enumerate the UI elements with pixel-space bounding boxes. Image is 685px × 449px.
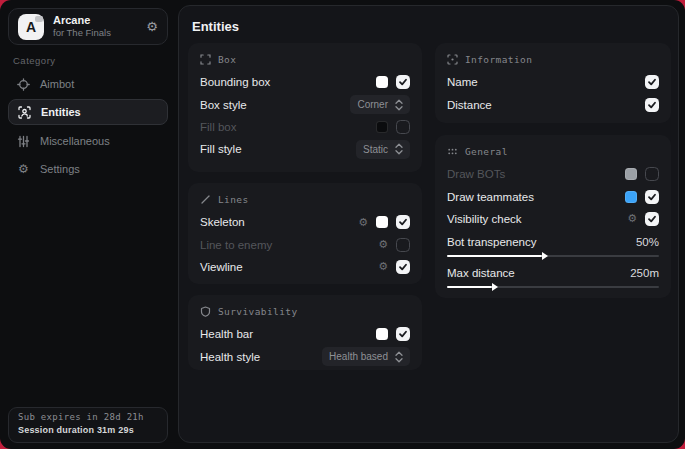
sidebar-item-label: Miscellaneous <box>40 135 110 147</box>
survivability-card: Survivability Health bar Health style He… <box>188 295 422 370</box>
row-label: Health style <box>200 351 260 363</box>
general-card-title: General <box>465 146 508 157</box>
row-label: Name <box>447 76 478 88</box>
checkmark-icon <box>647 214 657 224</box>
crosshair-icon <box>17 78 30 91</box>
box-corners-icon <box>200 54 211 65</box>
health-style-dropdown[interactable]: Health based <box>322 347 410 366</box>
checkbox[interactable] <box>396 75 410 89</box>
color-swatch[interactable] <box>376 121 388 133</box>
checkbox[interactable] <box>645 167 659 181</box>
box-card-header: Box <box>200 54 410 65</box>
checkbox[interactable] <box>645 212 659 226</box>
gear-icon[interactable]: ⚙ <box>627 213 637 224</box>
gear-icon[interactable]: ⚙ <box>358 217 368 228</box>
slider-thumb[interactable] <box>492 283 498 291</box>
sidebar-item-entities[interactable]: Entities <box>8 99 168 125</box>
row-visibility-check: Visibility check ⚙ <box>447 208 659 230</box>
entity-scan-icon <box>18 106 31 119</box>
row-box-style: Box style Corner <box>200 93 410 115</box>
dropdown-value: Health based <box>329 351 388 362</box>
sidebar-item-miscellaneous[interactable]: Miscellaneous <box>8 128 168 154</box>
row-name: Name <box>447 71 659 93</box>
page-title: Entities <box>192 19 239 34</box>
dropdown-value: Static <box>363 144 388 155</box>
row-label: Fill box <box>200 121 236 133</box>
color-swatch[interactable] <box>625 168 637 180</box>
main-panel: Entities Box Bounding box B <box>178 5 679 443</box>
color-swatch[interactable] <box>625 191 637 203</box>
slider-value: 50% <box>636 236 659 248</box>
row-label: Distance <box>447 99 492 111</box>
row-label: Draw teammates <box>447 191 534 203</box>
row-max-distance: Max distance 250m <box>447 263 659 282</box>
checkbox[interactable] <box>396 327 410 341</box>
checkmark-icon <box>398 329 408 339</box>
general-card-header: General <box>447 146 659 157</box>
row-fill-style: Fill style Static <box>200 138 410 160</box>
checkbox[interactable] <box>645 190 659 204</box>
slider-label: Max distance <box>447 267 515 279</box>
gear-icon[interactable]: ⚙ <box>378 239 388 250</box>
sidebar-item-label: Settings <box>40 163 80 175</box>
bot-transpenency-slider[interactable] <box>447 255 659 257</box>
row-viewline: Viewline ⚙ <box>200 256 410 278</box>
slider-label: Bot transpenency <box>447 236 537 248</box>
row-label: Skeleton <box>200 216 245 228</box>
checkmark-icon <box>398 77 408 87</box>
color-swatch[interactable] <box>376 216 388 228</box>
checkbox[interactable] <box>645 75 659 89</box>
checkbox[interactable] <box>396 260 410 274</box>
information-card: Information Name Distance <box>435 43 671 123</box>
gear-icon: ⚙ <box>17 163 30 176</box>
row-bot-transpenency: Bot transpenency 50% <box>447 232 659 251</box>
sub-expiry-text: Sub expires in 28d 21h <box>18 412 158 422</box>
sidebar-item-aimbot[interactable]: Aimbot <box>8 71 168 97</box>
row-bounding-box: Bounding box <box>200 71 410 93</box>
sidebar-item-label: Aimbot <box>40 78 74 90</box>
row-fill-box: Fill box <box>200 116 410 138</box>
sliders-icon <box>17 135 30 148</box>
sidebar: A Arcane for The Finals ⚙ Category Aimbo… <box>0 0 177 449</box>
slider-thumb[interactable] <box>542 252 548 260</box>
shield-icon <box>200 306 211 317</box>
desktop-backdrop: A Arcane for The Finals ⚙ Category Aimbo… <box>0 0 685 449</box>
box-card-title: Box <box>218 54 236 65</box>
sidebar-item-settings[interactable]: ⚙ Settings <box>8 156 168 182</box>
account-header: A Arcane for The Finals ⚙ <box>8 8 168 45</box>
survivability-card-header: Survivability <box>200 306 410 317</box>
checkbox[interactable] <box>396 120 410 134</box>
checkbox[interactable] <box>645 98 659 112</box>
checkbox[interactable] <box>396 238 410 252</box>
avatar-badge <box>35 16 43 22</box>
row-label: Viewline <box>200 261 243 273</box>
dropdown-value: Corner <box>357 99 388 110</box>
color-swatch[interactable] <box>376 76 388 88</box>
chevron-up-down-icon <box>395 143 403 155</box>
account-settings-icon[interactable]: ⚙ <box>146 20 158 33</box>
sidebar-item-label: Entities <box>41 106 81 118</box>
row-health-style: Health style Health based <box>200 345 410 367</box>
color-swatch[interactable] <box>376 328 388 340</box>
lines-card-title: Lines <box>218 194 249 205</box>
row-skeleton: Skeleton ⚙ <box>200 211 410 233</box>
row-distance: Distance <box>447 93 659 115</box>
checkmark-icon <box>398 262 408 272</box>
row-label: Visibility check <box>447 213 522 225</box>
checkmark-icon <box>647 192 657 202</box>
box-card: Box Bounding box Box style Corner <box>188 43 422 172</box>
row-label: Line to enemy <box>200 239 272 251</box>
row-label: Fill style <box>200 143 242 155</box>
row-label: Health bar <box>200 328 253 340</box>
session-duration-text: Session duration 31m 29s <box>18 425 158 435</box>
gear-icon[interactable]: ⚙ <box>378 261 388 272</box>
max-distance-slider[interactable] <box>447 286 659 288</box>
lines-card-header: Lines <box>200 194 410 205</box>
chevron-up-down-icon <box>395 351 403 363</box>
checkbox[interactable] <box>396 215 410 229</box>
fill-style-dropdown[interactable]: Static <box>356 140 410 159</box>
row-health-bar: Health bar <box>200 323 410 345</box>
row-line-to-enemy: Line to enemy ⚙ <box>200 233 410 255</box>
box-style-dropdown[interactable]: Corner <box>350 95 410 114</box>
row-draw-bots: Draw BOTs <box>447 163 659 185</box>
